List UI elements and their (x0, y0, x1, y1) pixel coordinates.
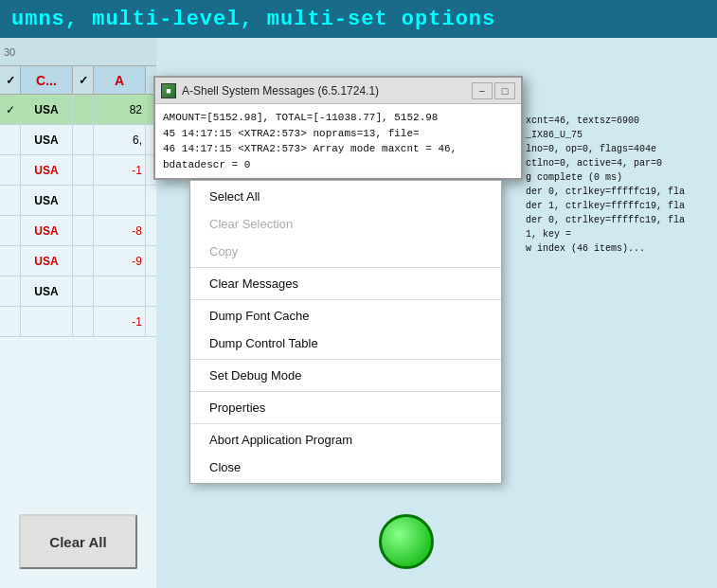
col-header-c: C... (21, 66, 73, 94)
sys-title-controls: − □ (472, 82, 515, 99)
minimize-button[interactable]: − (472, 82, 493, 99)
clear-all-label: Clear All (49, 534, 106, 550)
menu-item-select-all[interactable]: Select All (190, 183, 501, 210)
context-menu: Select AllClear SelectionCopyClear Messa… (189, 180, 502, 484)
green-action-button[interactable] (379, 514, 434, 569)
table-row: USA (0, 186, 156, 216)
menu-separator (190, 359, 501, 360)
menu-separator (190, 423, 501, 424)
col-header-check2: ✓ (73, 66, 94, 94)
menu-separator (190, 299, 501, 300)
cell-value: -9 (94, 246, 146, 276)
spreadsheet-panel: 30 ✓ C... ✓ A ✓ USA 82 USA 6, USA -1 USA… (0, 38, 156, 588)
sys-title-bar: ■ A-Shell System Messages (6.5.1724.1) −… (155, 78, 521, 104)
row-number: 30 (4, 46, 15, 58)
cell-country (21, 307, 73, 336)
col-header-check: ✓ (0, 66, 21, 94)
cell-check (0, 307, 21, 336)
cell-check2 (73, 155, 94, 185)
cell-check (0, 125, 21, 154)
cell-value: -1 (94, 307, 146, 336)
top-banner-text: umns, multi-level, multi-set options (11, 8, 495, 31)
cell-check2 (73, 246, 94, 276)
sys-content-area: AMOUNT=[5152.98], TOTAL=[-11038.77], 515… (155, 104, 521, 178)
menu-item-clear-messages[interactable]: Clear Messages (190, 270, 501, 297)
table-row: USA -1 (0, 155, 156, 186)
cell-country: USA (21, 276, 73, 306)
table-row: ✓ USA 82 (0, 95, 156, 125)
menu-separator (190, 391, 501, 392)
right-messages-area: xcnt=46, textsz=6900_IX86_U_75lno=0, op=… (526, 114, 717, 493)
cell-country: USA (21, 186, 73, 215)
top-banner: umns, multi-level, multi-set options (0, 0, 717, 38)
cell-check (0, 186, 21, 215)
col-header-a: A (94, 66, 146, 94)
cell-check2 (73, 216, 94, 245)
table-row: USA -8 (0, 216, 156, 246)
menu-item-set-debug-mode[interactable]: Set Debug Mode (190, 362, 501, 389)
cell-country: USA (21, 216, 73, 245)
cell-country: USA (21, 125, 73, 154)
menu-item-dump-font-cache[interactable]: Dump Font Cache (190, 302, 501, 330)
sys-window-icon: ■ (161, 83, 176, 98)
cell-country: USA (21, 155, 73, 185)
menu-item-abort-app[interactable]: Abort Application Program (190, 426, 501, 454)
cell-check2 (73, 307, 94, 336)
cell-value: 82 (94, 95, 146, 124)
clear-all-button[interactable]: Clear All (19, 514, 137, 569)
table-row: USA (0, 276, 156, 307)
cell-check (0, 246, 21, 276)
spreadsheet-header: ✓ C... ✓ A (0, 66, 156, 95)
cell-value: 6, (94, 125, 146, 154)
cell-check2 (73, 276, 94, 306)
cell-value: -8 (94, 216, 146, 245)
table-row: -1 (0, 307, 156, 337)
menu-item-copy: Copy (190, 238, 501, 265)
cell-check (0, 216, 21, 245)
sys-title-text: A-Shell System Messages (6.5.1724.1) (182, 84, 466, 98)
cell-country: USA (21, 95, 73, 124)
cell-country: USA (21, 246, 73, 276)
cell-value (94, 186, 146, 215)
cell-check2 (73, 95, 94, 124)
table-row: USA -9 (0, 246, 156, 276)
cell-check2 (73, 125, 94, 154)
cell-value: -1 (94, 155, 146, 185)
menu-item-clear-selection: Clear Selection (190, 210, 501, 238)
cell-check (0, 276, 21, 306)
menu-item-close[interactable]: Close (190, 454, 501, 481)
cell-value (94, 276, 146, 306)
maximize-button[interactable]: □ (494, 82, 515, 99)
cell-check (0, 155, 21, 185)
menu-item-dump-control-table[interactable]: Dump Control Table (190, 330, 501, 357)
menu-item-properties[interactable]: Properties (190, 394, 501, 421)
cell-check2 (73, 186, 94, 215)
system-messages-window: ■ A-Shell System Messages (6.5.1724.1) −… (153, 76, 523, 180)
menu-separator (190, 267, 501, 268)
table-row: USA 6, (0, 125, 156, 155)
cell-check: ✓ (0, 95, 21, 124)
